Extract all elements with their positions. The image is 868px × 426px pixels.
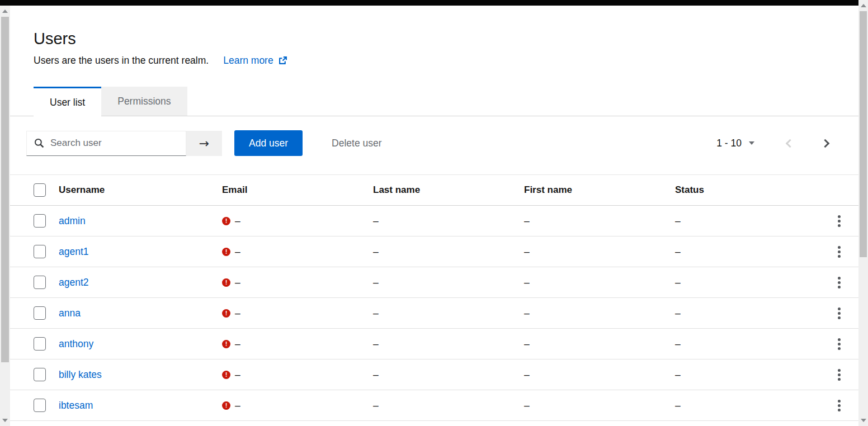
exclamation-circle-icon: ! bbox=[222, 278, 230, 287]
exclamation-circle-icon: ! bbox=[222, 401, 230, 410]
email-value: – bbox=[235, 369, 240, 381]
last-name-value: – bbox=[373, 338, 524, 350]
kebab-menu-button[interactable] bbox=[836, 336, 843, 352]
exclamation-circle-icon: ! bbox=[222, 371, 230, 379]
row-checkbox[interactable] bbox=[34, 245, 46, 258]
pagination-range-label: 1 - 10 bbox=[716, 138, 742, 149]
status-value: – bbox=[675, 369, 828, 381]
kebab-menu-button[interactable] bbox=[836, 367, 843, 383]
users-table: Username Email Last name First name Stat… bbox=[10, 174, 858, 421]
right-arrow-icon: → bbox=[199, 136, 209, 150]
left-scrollbar-thumb[interactable] bbox=[1, 17, 9, 362]
external-link-icon bbox=[278, 56, 287, 65]
pagination: 1 - 10 bbox=[713, 137, 845, 150]
users-page: Users Users are the users in the current… bbox=[10, 6, 858, 426]
row-checkbox[interactable] bbox=[34, 214, 46, 228]
username-link[interactable]: anna bbox=[59, 307, 81, 319]
email-value: – bbox=[235, 277, 240, 288]
status-value: – bbox=[675, 307, 828, 319]
tab-user-list[interactable]: User list bbox=[34, 87, 101, 116]
first-name-value: – bbox=[524, 338, 675, 350]
first-name-value: – bbox=[524, 400, 675, 411]
add-user-button[interactable]: Add user bbox=[234, 130, 303, 156]
page-header: Users Users are the users in the current… bbox=[10, 6, 858, 67]
first-name-value: – bbox=[524, 307, 675, 319]
right-scrollbar[interactable] bbox=[858, 0, 868, 426]
search-input[interactable] bbox=[26, 131, 186, 156]
last-name-value: – bbox=[373, 307, 524, 319]
username-link[interactable]: admin bbox=[59, 215, 86, 226]
pagination-prev-button[interactable] bbox=[785, 138, 795, 149]
row-checkbox[interactable] bbox=[34, 276, 46, 289]
search-submit-button[interactable]: → bbox=[186, 131, 222, 156]
delete-user-button[interactable]: Delete user bbox=[328, 137, 385, 150]
left-scrollbar[interactable] bbox=[0, 6, 10, 426]
email-value: – bbox=[235, 400, 240, 411]
status-value: – bbox=[675, 338, 828, 350]
table-row: anthony ! – – – – bbox=[10, 329, 858, 359]
exclamation-circle-icon: ! bbox=[222, 309, 230, 318]
kebab-menu-button[interactable] bbox=[836, 305, 843, 321]
page-title: Users bbox=[34, 29, 858, 48]
chevron-left-icon bbox=[786, 139, 795, 148]
status-value: – bbox=[675, 246, 828, 258]
first-name-value: – bbox=[524, 369, 675, 381]
username-link[interactable]: anthony bbox=[59, 338, 93, 349]
pagination-range-dropdown[interactable]: 1 - 10 bbox=[713, 137, 758, 150]
last-name-value: – bbox=[373, 369, 524, 381]
scroll-down-arrow-icon[interactable] bbox=[861, 419, 866, 422]
username-link[interactable]: agent1 bbox=[59, 246, 89, 257]
learn-more-label: Learn more bbox=[223, 54, 273, 67]
first-name-value: – bbox=[524, 215, 675, 227]
row-checkbox[interactable] bbox=[34, 337, 46, 351]
column-header-username: Username bbox=[59, 184, 222, 196]
scroll-up-arrow-icon[interactable] bbox=[2, 10, 8, 13]
email-value: – bbox=[235, 338, 240, 350]
first-name-value: – bbox=[524, 277, 675, 288]
email-value: – bbox=[235, 246, 240, 258]
column-header-status: Status bbox=[675, 184, 828, 196]
kebab-menu-button[interactable] bbox=[836, 213, 843, 229]
row-checkbox[interactable] bbox=[34, 306, 46, 320]
kebab-menu-button[interactable] bbox=[836, 274, 843, 291]
tab-permissions[interactable]: Permissions bbox=[101, 87, 187, 116]
kebab-menu-button[interactable] bbox=[836, 244, 843, 260]
status-value: – bbox=[675, 277, 828, 288]
row-checkbox[interactable] bbox=[34, 399, 46, 412]
status-value: – bbox=[675, 215, 828, 227]
row-checkbox[interactable] bbox=[34, 368, 46, 381]
username-link[interactable]: ibtesam bbox=[59, 400, 93, 411]
table-header-row: Username Email Last name First name Stat… bbox=[10, 175, 858, 206]
search-group: → bbox=[26, 131, 222, 156]
table-row: agent2 ! – – – – bbox=[10, 267, 858, 298]
username-link[interactable]: agent2 bbox=[59, 277, 89, 288]
right-scrollbar-thumb[interactable] bbox=[860, 11, 867, 257]
chevron-right-icon bbox=[821, 139, 830, 148]
select-all-checkbox[interactable] bbox=[34, 183, 46, 197]
last-name-value: – bbox=[373, 277, 524, 288]
column-header-email: Email bbox=[222, 184, 373, 196]
scroll-down-arrow-icon[interactable] bbox=[2, 419, 8, 422]
column-header-last-name: Last name bbox=[373, 184, 524, 196]
first-name-value: – bbox=[524, 246, 675, 258]
exclamation-circle-icon: ! bbox=[222, 217, 230, 225]
status-value: – bbox=[675, 400, 828, 411]
last-name-value: – bbox=[373, 246, 524, 258]
table-row: admin ! – – – – bbox=[10, 206, 858, 236]
pagination-next-button[interactable] bbox=[820, 138, 831, 149]
learn-more-link[interactable]: Learn more bbox=[223, 54, 287, 67]
table-row: billy kates ! – – – – bbox=[10, 359, 858, 390]
table-row: ibtesam ! – – – – bbox=[10, 390, 858, 421]
tabs: User list Permissions bbox=[10, 87, 858, 116]
exclamation-circle-icon: ! bbox=[222, 340, 230, 348]
kebab-menu-button[interactable] bbox=[836, 397, 843, 414]
username-link[interactable]: billy kates bbox=[59, 369, 102, 380]
column-header-first-name: First name bbox=[524, 184, 675, 196]
email-value: – bbox=[235, 215, 240, 227]
top-black-bar bbox=[0, 0, 858, 6]
last-name-value: – bbox=[373, 400, 524, 411]
scroll-up-arrow-icon[interactable] bbox=[861, 4, 866, 7]
exclamation-circle-icon: ! bbox=[222, 248, 230, 256]
caret-down-icon bbox=[749, 141, 754, 145]
table-row: anna ! – – – – bbox=[10, 298, 858, 329]
